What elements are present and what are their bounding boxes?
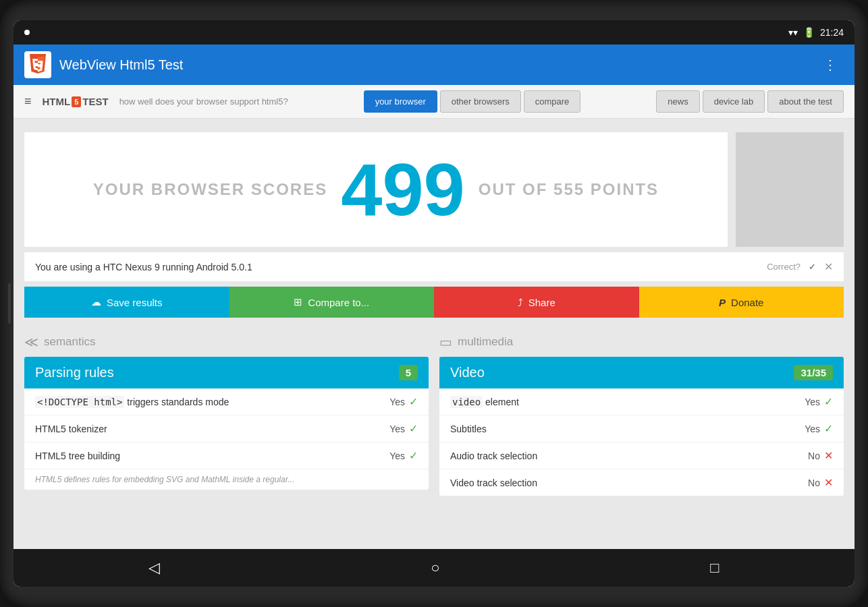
test-result: Yes ✓ — [805, 422, 833, 435]
battery-icon: 🔋 — [803, 27, 815, 38]
score-number: 499 — [341, 152, 465, 227]
save-icon: ☁ — [91, 296, 101, 308]
back-button[interactable]: ◁ — [132, 554, 176, 582]
test-item: Audio track selection No ✕ — [439, 442, 844, 469]
semantics-icon: ≪ — [24, 334, 38, 350]
share-label: Share — [528, 297, 555, 308]
test-item: HTML5 tree building Yes ✓ — [24, 442, 429, 469]
site-logo: HTML 5 TEST — [43, 96, 109, 107]
test-item: Video track selection No ✕ — [439, 469, 844, 496]
main-content: YOUR BROWSER SCORES 499 OUT OF 555 POINT… — [13, 119, 855, 509]
app-bar: WebView Html5 Test ⋮ — [13, 45, 855, 85]
parsing-rules-header: Parsing rules 5 — [24, 357, 429, 388]
video-group: Video 31/35 video element Yes ✓ — [439, 357, 844, 496]
parsing-rules-title: Parsing rules — [35, 365, 114, 380]
tab-your-browser[interactable]: your browser — [364, 90, 437, 113]
test-item: HTML5 tokenizer Yes ✓ — [24, 415, 429, 442]
nav-bar: ≡ HTML 5 TEST how well does your browser… — [13, 85, 855, 119]
test-result: Yes ✓ — [389, 449, 418, 462]
pass-icon: ✓ — [409, 422, 418, 435]
tab-other-browsers[interactable]: other browsers — [440, 90, 521, 113]
score-section: YOUR BROWSER SCORES 499 OUT OF 555 POINT… — [24, 132, 844, 247]
paypal-icon: P — [719, 297, 726, 308]
test-label: Audio track selection — [450, 451, 537, 461]
multimedia-header: ▭ multimedia — [439, 334, 844, 350]
share-button[interactable]: ⤴ Share — [434, 287, 639, 318]
hamburger-menu-button[interactable]: ≡ — [24, 94, 32, 109]
content-area: ≡ HTML 5 TEST how well does your browser… — [13, 85, 855, 549]
semantics-category: ≪ semantics Parsing rules 5 <!DOCTYPE ht… — [24, 334, 429, 496]
overflow-menu-button[interactable]: ⋮ — [818, 51, 844, 78]
status-bar: ▾▾ 🔋 21:24 — [13, 20, 855, 45]
bottom-nav: ◁ ○ □ — [13, 549, 855, 587]
status-bar-left — [24, 30, 30, 35]
logo-badge: 5 — [72, 96, 81, 107]
side-button — [8, 283, 11, 324]
fail-icon: ✕ — [824, 476, 833, 489]
test-label: video element — [450, 397, 519, 407]
compare-button[interactable]: ⊞ Compare to... — [229, 287, 435, 318]
correct-check-button[interactable]: ✓ — [809, 262, 816, 272]
advertisement-box — [736, 132, 844, 247]
score-suffix: OUT OF 555 POINTS — [479, 180, 659, 199]
test-item: video element Yes ✓ — [439, 388, 844, 415]
score-prefix: YOUR BROWSER SCORES — [93, 180, 327, 199]
status-bar-right: ▾▾ 🔋 21:24 — [788, 27, 844, 38]
correct-label: Correct? — [767, 262, 801, 272]
notification-icon — [24, 30, 30, 35]
pass-icon: ✓ — [824, 395, 833, 408]
device-info-bar: You are using a HTC Nexus 9 running Andr… — [24, 252, 844, 281]
test-label: Subtitles — [450, 424, 487, 434]
dismiss-button[interactable]: ✕ — [824, 260, 833, 273]
result-text: No — [808, 451, 820, 461]
donate-button[interactable]: P Donate — [639, 287, 844, 318]
tab-news[interactable]: news — [656, 90, 699, 113]
device-info-text: You are using a HTC Nexus 9 running Andr… — [35, 262, 252, 272]
time-display: 21:24 — [820, 27, 844, 38]
recents-button[interactable]: □ — [694, 554, 735, 582]
test-item: <!DOCTYPE html> triggers standards mode … — [24, 388, 429, 415]
test-label: Video track selection — [450, 478, 537, 488]
secondary-nav-tabs: news device lab about the test — [656, 90, 844, 113]
tab-device-lab[interactable]: device lab — [703, 90, 765, 113]
tablet-frame: ▾▾ 🔋 21:24 WebView Html5 Test ⋮ — [0, 0, 868, 607]
tablet-screen: ▾▾ 🔋 21:24 WebView Html5 Test ⋮ — [13, 20, 855, 587]
result-text: Yes — [389, 397, 405, 407]
score-card: YOUR BROWSER SCORES 499 OUT OF 555 POINT… — [24, 132, 728, 247]
compare-label: Compare to... — [308, 297, 369, 308]
donate-label: Donate — [731, 297, 763, 308]
video-items: video element Yes ✓ Subtitles Y — [439, 388, 844, 496]
device-info-actions: Correct? ✓ ✕ — [767, 260, 833, 273]
site-tagline: how well does your browser support html5… — [119, 96, 288, 107]
parsing-rules-group: Parsing rules 5 <!DOCTYPE html> triggers… — [24, 357, 429, 490]
logo-html-text: HTML — [43, 96, 71, 107]
test-item: Subtitles Yes ✓ — [439, 415, 844, 442]
fail-icon: ✕ — [824, 449, 833, 462]
logo-test-text: TEST — [82, 96, 108, 107]
multimedia-icon: ▭ — [439, 334, 452, 350]
video-title: Video — [450, 365, 485, 380]
semantics-label: semantics — [44, 335, 96, 349]
semantics-header: ≪ semantics — [24, 334, 429, 350]
multimedia-label: multimedia — [458, 335, 513, 349]
pass-icon: ✓ — [409, 449, 418, 462]
result-text: Yes — [389, 424, 405, 434]
save-label: Save results — [107, 297, 163, 308]
save-results-button[interactable]: ☁ Save results — [24, 287, 229, 318]
primary-nav-tabs: your browser other browsers compare — [364, 90, 581, 113]
home-button[interactable]: ○ — [414, 554, 456, 582]
tab-compare[interactable]: compare — [524, 90, 581, 113]
test-label: HTML5 tokenizer — [35, 424, 107, 434]
result-text: No — [808, 478, 820, 488]
tab-about-test[interactable]: about the test — [767, 90, 844, 113]
share-icon: ⤴ — [518, 297, 523, 308]
test-result: Yes ✓ — [389, 422, 418, 435]
video-score: 31/35 — [794, 365, 833, 380]
categories: ≪ semantics Parsing rules 5 <!DOCTYPE ht… — [24, 334, 844, 496]
test-label: <!DOCTYPE html> triggers standards mode — [35, 397, 229, 407]
parsing-rules-score: 5 — [399, 365, 418, 380]
pass-icon: ✓ — [824, 422, 833, 435]
test-note: HTML5 defines rules for embedding SVG an… — [24, 469, 429, 490]
parsing-rules-items: <!DOCTYPE html> triggers standards mode … — [24, 388, 429, 490]
test-result: No ✕ — [808, 449, 833, 462]
